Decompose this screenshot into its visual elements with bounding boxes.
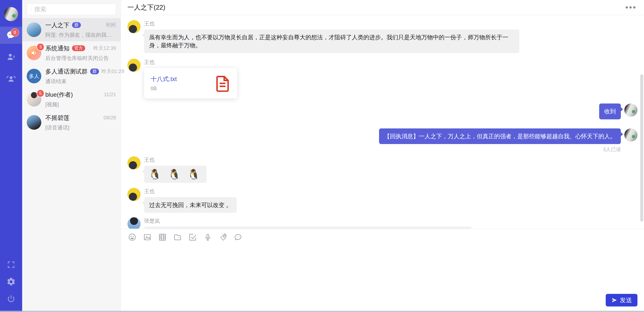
conversation-title: 一人之下 [45,21,70,29]
folder-button[interactable] [173,232,182,242]
scrollbar-thumb[interactable] [640,74,643,222]
conversation-preview: [语音通话] [45,124,116,131]
conversation-panel: 一人之下 群 刚刚 阿莲: 作为朋友，现在的我没法... 3 系统通知 官方 昨… [22,0,121,312]
image-button[interactable] [143,232,152,242]
chat-header: 一人之下(22) [121,0,644,15]
sender-avatar[interactable] [127,156,141,169]
chat-history-button[interactable] [233,232,243,242]
message-bubble[interactable]: 收到 [599,103,621,119]
send-plane-icon [611,297,617,303]
emoji-icon [128,233,137,241]
message-list: 王也 虽有幸生而为人，也不要以万物灵长自居，正是这种妄自尊大的想法，才阻碍了人类… [121,15,644,229]
conversation-title: 不摇碧莲 [45,114,70,122]
speaker-icon [30,49,38,56]
nav-chats[interactable]: 8 [0,27,22,44]
search-box[interactable] [27,4,116,15]
sender-avatar[interactable] [127,20,141,33]
chat-title: 一人之下(22) [127,3,165,12]
settings-button[interactable] [0,275,22,288]
app-rail: 8 [0,0,22,312]
message-incoming: 王也 过去无可挽回，未来可以改变 。 [127,188,637,213]
contact-avatar [27,115,41,130]
video-button[interactable] [158,232,167,242]
message-bubble[interactable]: 作为朋友，现在的我没法保证救你逃出生天，我能保证的只有...如果你真的会遭遇到什… [144,227,472,229]
fullscreen-icon [7,260,15,269]
power-icon [7,294,16,303]
call-icon [219,233,227,241]
sender-name: 王也 [144,188,237,195]
read-status: 3人已读 [603,146,621,153]
conversation-title: blue(作者) [45,91,73,99]
conversation-item[interactable]: 3 系统通知 官方 昨天12:39 后台管理仓库临时关闭公告 [22,41,121,64]
sender-name: 王也 [144,20,519,27]
sender-avatar[interactable] [127,217,141,229]
nav-contacts[interactable] [0,48,22,65]
conversation-time: 昨天12:39 [93,45,116,52]
power-button[interactable] [0,292,22,305]
message-bubble[interactable]: 【回执消息】一人之下，万人之上，但真正的强者，是那些能够超越自我、心怀天下的人。 [379,128,621,144]
screenshot-button[interactable] [188,232,197,242]
self-avatar[interactable] [624,103,637,117]
folder-icon [173,233,182,241]
self-avatar[interactable] [624,128,637,142]
message-bubble[interactable]: 虽有幸生而为人，也不要以万物灵长自居，正是这种妄自尊大的想法，才阻碍了人类的进步… [144,29,519,53]
message-bubble[interactable]: 过去无可挽回，未来可以改变 。 [144,197,237,213]
message-incoming: 张楚岚 作为朋友，现在的我没法保证救你逃出生天，我能保证的只有...如果你真的会… [127,217,637,229]
contacts-icon [6,52,16,62]
message-input[interactable] [121,245,644,292]
more-menu-button[interactable] [625,4,636,11]
multi-call-avatar: 多人 [27,69,41,83]
conversation-preview: 后台管理仓库临时关闭公告 [45,55,116,62]
search-input[interactable] [34,6,112,13]
conversation-time: 昨天01:29 [101,68,124,75]
conversation-title: 系统通知 [45,44,70,52]
file-size: 0B [151,86,211,91]
search-icon [30,6,32,12]
conversation-preview: 通话结束 [45,78,116,85]
conversation-preview: 阿莲: 作为朋友，现在的我没法... [45,31,116,39]
composer: 发送 [121,229,644,312]
call-button[interactable] [218,232,228,242]
screenshot-icon [188,233,197,241]
composer-toolbar [121,229,644,242]
official-badge: 官方 [72,45,85,51]
conversation-item[interactable]: 5 blue(作者) 11/21 [视频] [22,88,121,111]
document-file-icon [215,75,231,92]
file-name[interactable]: 十八式.txt [151,75,211,83]
sticker-bubble[interactable]: 🐧 🐧 🐧 [144,166,207,183]
message-incoming-file: 王也 十八式.txt 0B [127,59,637,98]
sender-name: 张楚岚 [144,217,472,224]
user-avatar[interactable] [4,7,18,21]
nav-groups[interactable] [0,70,22,87]
sender-name: 王也 [144,156,207,163]
file-attachment-card[interactable]: 十八式.txt 0B [144,68,237,98]
sender-avatar[interactable] [127,188,141,201]
unread-badge: 5 [37,90,44,97]
groups-icon [6,73,16,84]
conversation-item[interactable]: 多人 多人通话测试群 群 昨天01:29 通话结束 [22,64,121,88]
message-outgoing: 【回执消息】一人之下，万人之上，但真正的强者，是那些能够超越自我、心怀天下的人。… [127,128,637,153]
message-outgoing: 收到 [127,103,637,119]
avatar-text: 多人 [29,73,39,80]
group-badge: 群 [90,68,99,74]
video-icon [158,233,167,241]
unread-badge: 3 [37,44,44,50]
sender-avatar[interactable] [127,59,141,72]
sender-name: 王也 [144,59,237,66]
conversation-item[interactable]: 一人之下 群 刚刚 阿莲: 作为朋友，现在的我没法... [22,18,121,41]
conversation-preview: [视频] [45,101,116,108]
emoji-button[interactable] [127,232,137,242]
group-avatar [27,22,41,37]
settings-gear-icon [6,277,16,287]
mic-button[interactable] [203,232,213,242]
window-bottom-edge [0,311,644,312]
fullscreen-button[interactable] [0,258,22,271]
mic-icon [204,233,212,241]
chat-main: 一人之下(22) 王也 虽有幸生而为人，也不要以万物灵长自居，正是这种妄自尊大的… [121,0,644,312]
conversation-title: 多人通话测试群 [45,67,88,76]
chat-unread-badge: 8 [11,29,19,36]
send-button[interactable]: 发送 [606,294,637,306]
conversation-time: 09/28 [104,115,116,121]
conversation-item[interactable]: 不摇碧莲 09/28 [语音通话] [22,111,121,134]
group-badge: 群 [72,22,81,28]
